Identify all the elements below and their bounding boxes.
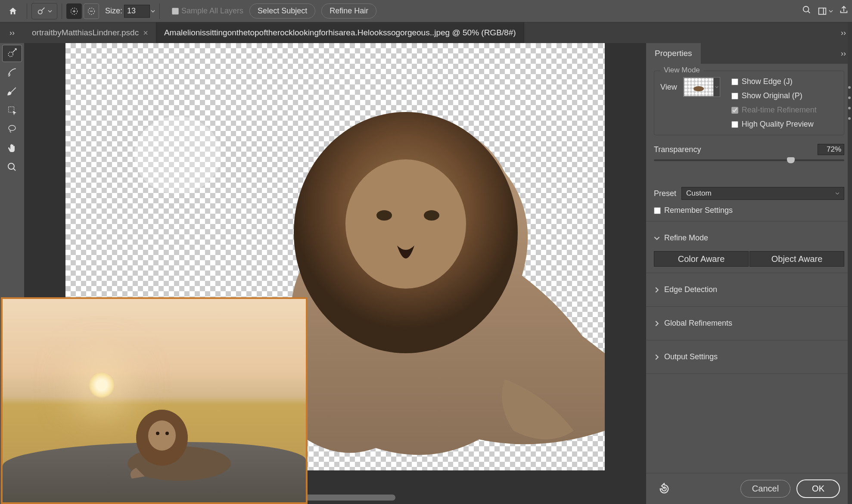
sample-all-layers-checkbox[interactable]: Sample All Layers — [172, 6, 243, 16]
svg-point-14 — [693, 86, 704, 91]
show-original-checkbox[interactable]: Show Original (P) — [731, 91, 817, 100]
quick-selection-tool[interactable] — [2, 45, 22, 62]
slider-thumb[interactable] — [787, 157, 795, 163]
preset-label: Preset — [654, 189, 676, 198]
topbar-left: Size: Sample All Layers Select Subject R… — [3, 3, 376, 19]
refine-mode-buttons: Color Aware Object Aware — [654, 251, 844, 267]
chevron-down-icon[interactable] — [714, 78, 720, 96]
realtime-refinement-checkbox: Real-time Refinement — [731, 106, 817, 115]
refine-hair-button[interactable]: Refine Hair — [321, 3, 376, 19]
divider — [646, 373, 852, 374]
divider — [646, 340, 852, 340]
global-refinements-title: Global Refinements — [664, 319, 732, 328]
svg-point-0 — [38, 10, 42, 14]
edge-detection-section[interactable]: Edge Detection — [654, 279, 844, 300]
sample-all-label: Sample All Layers — [181, 6, 243, 16]
object-selection-tool[interactable] — [2, 102, 22, 119]
options-bar: Size: Sample All Layers Select Subject R… — [0, 0, 852, 22]
output-settings-title: Output Settings — [664, 352, 718, 361]
cancel-button[interactable]: Cancel — [740, 480, 790, 498]
show-edge-checkbox[interactable]: Show Edge (J) — [731, 77, 817, 86]
original-image-inset — [1, 297, 308, 504]
refine-mode-section[interactable]: Refine Mode — [654, 227, 844, 249]
preset-row: Preset Custom — [654, 187, 844, 200]
panel-footer: Cancel OK — [646, 473, 852, 504]
add-mode-button[interactable] — [66, 3, 82, 19]
svg-point-7 — [9, 125, 16, 131]
remember-settings-checkbox[interactable]: Remember Settings — [654, 206, 844, 215]
chevron-down-icon — [48, 9, 52, 13]
object-aware-button[interactable]: Object Aware — [749, 251, 844, 267]
divider — [62, 3, 62, 19]
svg-point-12 — [376, 210, 392, 221]
brush-preset-dropdown[interactable] — [31, 3, 57, 19]
lasso-tool[interactable] — [2, 121, 22, 138]
svg-point-18 — [156, 432, 159, 435]
view-row: View — [660, 77, 720, 97]
workspace-dropdown[interactable] — [818, 6, 833, 16]
svg-point-11 — [345, 159, 466, 289]
size-input[interactable] — [124, 5, 150, 18]
divider — [646, 306, 852, 307]
close-icon[interactable]: × — [143, 28, 148, 38]
document-tab-1[interactable]: ortraitbyMatthiasLindner.psdc × — [24, 22, 156, 43]
reset-button[interactable] — [658, 483, 670, 495]
tools-expand[interactable]: ›› — [0, 22, 24, 43]
view-mode-group: View Mode View — [654, 71, 844, 135]
divider — [646, 273, 852, 273]
properties-panel: Properties ›› View Mode View — [646, 43, 852, 504]
output-settings-section[interactable]: Output Settings — [654, 346, 844, 367]
svg-point-8 — [8, 163, 14, 169]
view-label: View — [660, 83, 677, 92]
transparency-row: Transparency — [654, 144, 844, 155]
share-icon[interactable] — [839, 5, 849, 17]
chevron-right-icon — [654, 287, 660, 293]
chevron-down-icon — [654, 235, 660, 241]
svg-point-5 — [8, 52, 13, 57]
preset-dropdown[interactable]: Custom — [681, 187, 844, 200]
view-thumb-dropdown[interactable] — [684, 78, 714, 96]
right-edge-handles[interactable] — [847, 86, 852, 120]
svg-point-9 — [134, 116, 221, 194]
search-icon[interactable] — [802, 5, 812, 17]
refine-edge-brush-tool[interactable] — [2, 64, 22, 81]
document-tabs: ›› ortraitbyMatthiasLindner.psdc × Amale… — [0, 22, 852, 43]
panel-tabs: Properties ›› — [646, 43, 852, 64]
hq-preview-checkbox[interactable]: High Quality Preview — [731, 120, 817, 129]
transparency-slider[interactable] — [654, 159, 844, 161]
topbar-right — [802, 5, 849, 17]
properties-tab[interactable]: Properties — [646, 43, 701, 64]
refine-mode-title: Refine Mode — [664, 233, 708, 243]
ok-button[interactable]: OK — [796, 479, 840, 498]
divider — [646, 221, 852, 221]
chevron-right-icon — [654, 320, 660, 327]
chevron-down-icon — [835, 191, 840, 196]
zoom-tool[interactable] — [2, 159, 22, 176]
chevron-right-icon — [654, 354, 660, 360]
edge-detection-title: Edge Detection — [664, 285, 717, 294]
select-subject-button[interactable]: Select Subject — [249, 3, 315, 19]
svg-point-3 — [803, 6, 809, 12]
document-tab-2[interactable]: Amalelionissittingonthetopoftherocklooki… — [156, 22, 524, 43]
size-chevron-icon[interactable] — [151, 9, 155, 13]
divider — [159, 3, 160, 19]
transparency-label: Transparency — [654, 145, 701, 154]
home-button[interactable] — [3, 3, 22, 19]
lion-small — [115, 395, 244, 481]
brush-tool[interactable] — [2, 83, 22, 100]
global-refinements-section[interactable]: Global Refinements — [654, 313, 844, 334]
sun — [89, 372, 115, 398]
view-mode-title: View Mode — [660, 66, 703, 75]
view-mode-checkboxes: Show Edge (J) Show Original (P) Real-tim… — [731, 77, 817, 129]
color-aware-button[interactable]: Color Aware — [654, 251, 749, 267]
subtract-mode-button[interactable] — [84, 3, 99, 19]
hand-tool[interactable] — [2, 140, 22, 157]
svg-rect-4 — [819, 8, 826, 14]
svg-point-19 — [165, 432, 169, 435]
tab-label: Amalelionissittingonthetopoftherocklooki… — [164, 28, 516, 37]
transparency-input[interactable] — [818, 144, 844, 155]
panel-body: View Mode View — [646, 64, 852, 473]
divider — [27, 3, 27, 19]
svg-point-13 — [424, 210, 439, 221]
svg-point-17 — [148, 420, 176, 451]
